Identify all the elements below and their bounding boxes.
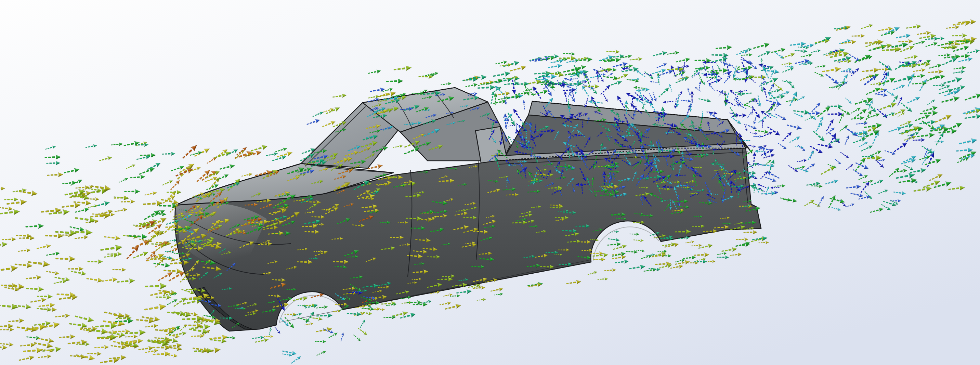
cfd-viewport <box>0 0 980 365</box>
cfd-scene <box>0 0 980 365</box>
